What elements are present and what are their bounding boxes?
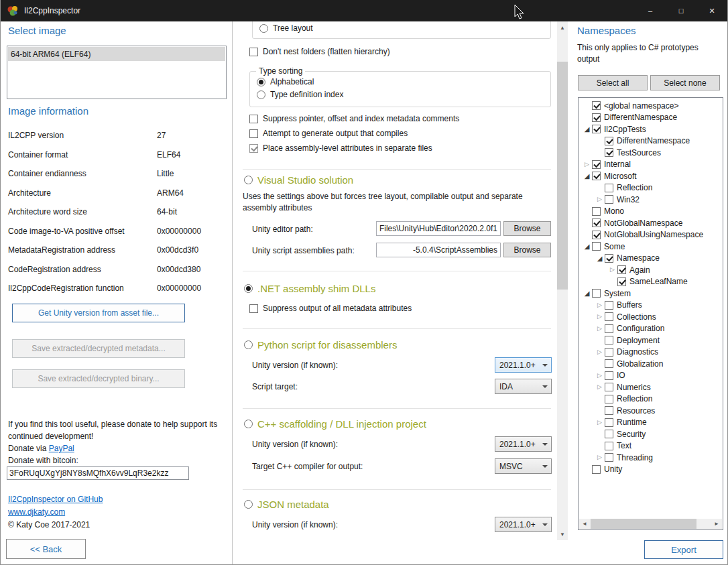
sort-type-index-option[interactable]: Type definition index [257, 90, 343, 99]
tree-item[interactable]: DifferentNamespace [579, 135, 722, 147]
back-button[interactable]: << Back [6, 539, 86, 559]
visual-studio-option[interactable]: Visual Studio solution [244, 174, 353, 186]
collapse-icon[interactable]: ◢ [595, 253, 605, 264]
namespace-checkbox[interactable] [592, 289, 601, 298]
collapse-icon[interactable]: ◢ [582, 123, 592, 135]
tree-item[interactable]: Reflection [579, 182, 722, 194]
tree-item[interactable]: SameLeafName [579, 276, 722, 288]
expand-icon[interactable]: ▷ [595, 347, 605, 358]
tree-item[interactable]: Mono [579, 206, 722, 218]
tree-layout-option[interactable]: Tree layout [259, 23, 313, 33]
tree-item[interactable]: Deployment [579, 334, 722, 347]
expand-icon[interactable]: ▷ [595, 370, 605, 381]
namespace-checkbox[interactable] [592, 101, 601, 110]
tree-item[interactable]: Text [579, 440, 722, 452]
expand-icon[interactable]: ▷ [595, 417, 605, 428]
unity-assemblies-path-input[interactable]: -5.0.4\ScriptAssemblies [376, 243, 501, 257]
paypal-link[interactable]: PayPal [49, 444, 74, 453]
option-checkbox-row[interactable]: Place assembly-level attributes in separ… [249, 141, 459, 155]
namespace-checkbox[interactable] [605, 359, 613, 368]
scroll-left-icon[interactable]: ◄ [579, 519, 590, 529]
export-button[interactable]: Export [644, 540, 723, 559]
namespace-checkbox[interactable] [605, 348, 613, 357]
namespace-checkbox[interactable] [605, 324, 613, 333]
namespace-checkbox[interactable] [605, 254, 613, 263]
tree-item[interactable]: ▷Threading [579, 452, 722, 464]
image-list-item[interactable]: 64-bit ARM64 (ELF64) [8, 47, 225, 61]
image-listbox[interactable]: 64-bit ARM64 (ELF64) [7, 46, 227, 99]
cpp-scaffolding-option[interactable]: C++ scaffolding / DLL injection project [244, 418, 426, 430]
namespace-checkbox[interactable] [605, 383, 613, 391]
namespace-checkbox[interactable] [605, 430, 613, 438]
flatten-checkbox[interactable] [249, 48, 258, 56]
namespace-checkbox[interactable] [605, 195, 613, 204]
expand-icon[interactable]: ▷ [595, 381, 605, 393]
option-checkbox-row[interactable]: Suppress pointer, offset and index metad… [249, 111, 459, 126]
collapse-icon[interactable]: ◢ [582, 241, 592, 252]
title-bar[interactable]: Il2CppInspector – □ ✕ [1, 0, 727, 21]
python-script-radio[interactable] [244, 340, 253, 349]
tree-item[interactable]: Unity [579, 464, 722, 476]
checkbox[interactable] [249, 115, 258, 123]
expand-icon[interactable]: ▷ [582, 159, 592, 170]
expand-icon[interactable]: ▷ [595, 323, 605, 334]
dotnet-shim-option[interactable]: .NET assembly shim DLLs [244, 283, 375, 294]
collapse-icon[interactable]: ◢ [582, 288, 592, 299]
namespace-checkbox[interactable] [605, 336, 613, 344]
visual-studio-radio[interactable] [244, 176, 253, 184]
namespace-checkbox[interactable] [605, 453, 613, 462]
tree-item[interactable]: TestSources [579, 147, 722, 159]
select-all-button[interactable]: Select all [578, 75, 648, 90]
namespace-checkbox[interactable] [592, 160, 601, 169]
close-button[interactable]: ✕ [696, 0, 727, 21]
namespace-checkbox[interactable] [592, 207, 601, 216]
checkbox[interactable] [249, 144, 258, 153]
json-unity-version-select[interactable]: 2021.1.0+ [495, 517, 552, 532]
scroll-up-icon[interactable]: ▲ [557, 22, 568, 33]
tree-item[interactable]: ◢Some [579, 241, 722, 253]
tree-item[interactable]: Resources [579, 405, 722, 417]
cpp-unity-version-select[interactable]: 2021.1.0+ [495, 436, 552, 452]
bitcoin-address-input[interactable] [7, 466, 189, 480]
github-link[interactable]: Il2CppInspector on GitHub [8, 495, 103, 504]
suppress-metadata-checkbox[interactable] [249, 304, 258, 313]
maximize-button[interactable]: □ [666, 0, 696, 21]
unity-editor-path-input[interactable]: Files\Unity\Hub\Editor\2020.2.0f1 [376, 221, 501, 236]
tree-item[interactable]: Reflection [579, 393, 722, 405]
namespace-checkbox[interactable] [617, 265, 626, 274]
namespace-checkbox[interactable] [605, 148, 613, 157]
scroll-right-icon[interactable]: ► [711, 519, 722, 529]
sort-alphabetical-option[interactable]: Alphabetical [257, 77, 314, 86]
namespace-checkbox[interactable] [605, 301, 613, 310]
alphabetical-radio[interactable] [257, 78, 265, 86]
tree-item[interactable]: ▷Numerics [579, 381, 722, 393]
tree-item[interactable]: Globalization [579, 358, 722, 370]
type-index-radio[interactable] [257, 90, 265, 99]
tree-item[interactable]: ◢Microsoft [579, 170, 722, 182]
tree-layout-radio[interactable] [259, 24, 268, 33]
tree-item[interactable]: DifferentNamespace [579, 112, 722, 124]
get-unity-version-button[interactable]: Get Unity version from asset file... [12, 304, 185, 322]
checkbox[interactable] [249, 129, 258, 138]
website-link[interactable]: www.djkaty.com [8, 507, 65, 517]
scroll-down-icon[interactable]: ▼ [557, 529, 568, 540]
horizontal-scrollbar-thumb[interactable] [591, 519, 696, 529]
namespace-checkbox[interactable] [605, 442, 613, 450]
tree-item[interactable]: <global namespace> [579, 100, 722, 112]
collapse-icon[interactable]: ◢ [582, 170, 592, 182]
expand-icon[interactable]: ▷ [595, 194, 605, 205]
namespace-checkbox[interactable] [592, 242, 601, 251]
namespace-checkbox[interactable] [605, 184, 613, 192]
namespace-checkbox[interactable] [592, 172, 601, 180]
namespace-checkbox[interactable] [592, 465, 601, 474]
tree-item[interactable]: ▷Runtime [579, 417, 722, 429]
tree-horizontal-scrollbar[interactable]: ◄ ► [579, 519, 722, 529]
expand-icon[interactable]: ▷ [607, 264, 617, 275]
tree-item[interactable]: ▷Internal [579, 159, 722, 171]
expand-icon[interactable]: ▷ [595, 311, 605, 322]
namespace-checkbox[interactable] [605, 371, 613, 380]
tree-item[interactable]: ▷Buffers [579, 300, 722, 312]
namespace-checkbox[interactable] [605, 137, 613, 145]
json-metadata-radio[interactable] [244, 500, 253, 509]
namespace-checkbox[interactable] [592, 231, 601, 239]
